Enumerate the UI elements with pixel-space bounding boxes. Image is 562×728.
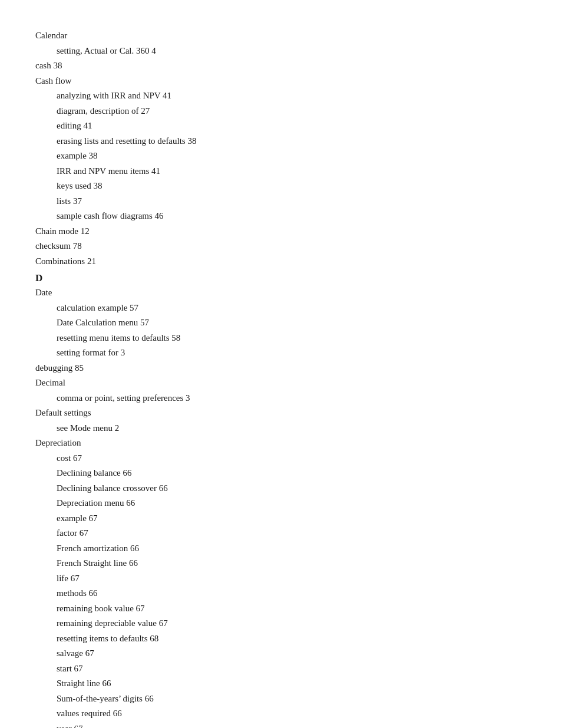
index-entry-sub: Declining balance 66 xyxy=(35,466,527,481)
index-entry-sub: calculation example 57 xyxy=(35,301,527,316)
index-entry-sub: factor 67 xyxy=(35,526,527,541)
index-entry-sub: example 67 xyxy=(35,511,527,526)
index-entry-top: debugging 85 xyxy=(35,361,527,376)
index-entry-sub: Date Calculation menu 57 xyxy=(35,315,527,331)
index-entry-sub: comma or point, setting preferences 3 xyxy=(35,391,527,406)
index-entry-sub: French amortization 66 xyxy=(35,541,527,556)
index-entry-sub: erasing lists and resetting to defaults … xyxy=(35,134,527,149)
index-entry-sub: IRR and NPV menu items 41 xyxy=(35,164,527,179)
index-entry-sub: keys used 38 xyxy=(35,179,527,194)
index-entry-sub: remaining book value 67 xyxy=(35,601,527,617)
index-entry-sub: example 38 xyxy=(35,149,527,164)
index-entry-top: Combinations 21 xyxy=(35,254,527,269)
index-entry-top: Calendar xyxy=(35,28,527,44)
index-entry-sub: see Mode menu 2 xyxy=(35,421,527,436)
index-entry-sub: resetting items to defaults 68 xyxy=(35,631,527,647)
index-entry-top: Depreciation xyxy=(35,436,527,451)
index-entry-top: Cash flow xyxy=(35,74,527,89)
section-letter: D xyxy=(35,272,527,284)
index-entry-sub: French Straight line 66 xyxy=(35,556,527,571)
index-content: Calendarsetting, Actual or Cal. 360 4cas… xyxy=(35,28,527,728)
index-entry-sub: analyzing with IRR and NPV 41 xyxy=(35,88,527,104)
index-entry-sub: start 67 xyxy=(35,661,527,677)
index-entry-sub: remaining depreciable value 67 xyxy=(35,616,527,631)
index-entry-sub: values required 66 xyxy=(35,706,527,722)
index-entry-top: Date xyxy=(35,285,527,301)
index-entry-sub: setting format for 3 xyxy=(35,345,527,361)
index-entry-sub: diagram, description of 27 xyxy=(35,104,527,119)
index-entry-sub: Sum-of-the-years’ digits 66 xyxy=(35,691,527,707)
index-entry-sub: sample cash flow diagrams 46 xyxy=(35,209,527,224)
index-entry-sub: Declining balance crossover 66 xyxy=(35,481,527,496)
index-entry-sub: Straight line 66 xyxy=(35,676,527,691)
index-entry-sub: life 67 xyxy=(35,571,527,587)
page-wrapper: Calendarsetting, Actual or Cal. 360 4cas… xyxy=(35,28,527,728)
index-entry-top: Chain mode 12 xyxy=(35,224,527,239)
index-entry-sub: lists 37 xyxy=(35,194,527,209)
index-entry-top: cash 38 xyxy=(35,58,527,74)
index-entry-top: checksum 78 xyxy=(35,239,527,254)
index-entry-sub: year 67 xyxy=(35,722,527,729)
index-entry-top: Default settings xyxy=(35,406,527,421)
index-entry-sub: salvage 67 xyxy=(35,646,527,661)
index-entry-sub: resetting menu items to defaults 58 xyxy=(35,331,527,346)
index-entry-sub: cost 67 xyxy=(35,451,527,466)
index-entry-sub: Depreciation menu 66 xyxy=(35,496,527,511)
index-entry-sub: methods 66 xyxy=(35,586,527,601)
index-entry-top: Decimal xyxy=(35,375,527,391)
index-entry-sub: editing 41 xyxy=(35,118,527,134)
index-entry-sub: setting, Actual or Cal. 360 4 xyxy=(35,44,527,59)
